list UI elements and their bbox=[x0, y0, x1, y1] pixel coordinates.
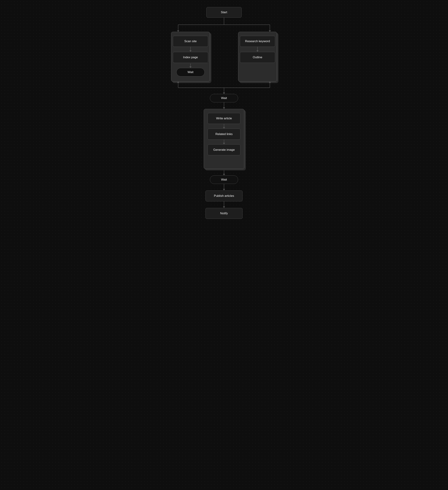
flowchart: Start bbox=[145, 7, 303, 226]
scan-to-index-connector bbox=[189, 47, 192, 52]
left-branch: Scan site Index page bbox=[157, 32, 224, 82]
svg-marker-13 bbox=[269, 82, 271, 83]
index-to-wait-connector bbox=[189, 63, 192, 68]
wait-to-publish-connector bbox=[223, 184, 225, 191]
wait-left-node: Wait bbox=[176, 68, 205, 76]
fork-connector bbox=[145, 18, 303, 32]
wait-center-node: Wait bbox=[210, 94, 238, 102]
generate-image-node: Generate image bbox=[208, 144, 240, 155]
join-svg bbox=[145, 82, 303, 94]
svg-marker-5 bbox=[269, 30, 271, 32]
write-to-links-connector bbox=[223, 124, 225, 129]
parallel-row: Scan site Index page bbox=[145, 32, 303, 82]
article-group: Write article Related links Generate ima… bbox=[204, 109, 244, 169]
notify-node: Notify bbox=[205, 208, 243, 219]
right-branch: Research keyword Outline bbox=[224, 32, 291, 82]
fork-svg bbox=[145, 18, 303, 32]
links-to-image-connector bbox=[223, 140, 225, 144]
research-keyword-group: Research keyword Outline bbox=[238, 32, 277, 82]
start-node: Start bbox=[206, 7, 242, 18]
research-to-outline-connector bbox=[256, 47, 259, 52]
svg-marker-4 bbox=[177, 30, 179, 32]
wait-bottom-node: Wait bbox=[210, 175, 238, 184]
scan-site-group: Scan site Index page bbox=[171, 32, 210, 82]
wait-to-article-group-connector bbox=[223, 102, 225, 109]
svg-marker-11 bbox=[223, 93, 225, 94]
index-page-group: Index page bbox=[173, 52, 208, 63]
scan-site-node: Scan site bbox=[173, 36, 208, 47]
research-keyword-node: Research keyword bbox=[240, 36, 275, 47]
svg-marker-12 bbox=[177, 82, 179, 83]
publish-to-notify-connector bbox=[223, 201, 225, 208]
join-connector bbox=[145, 82, 303, 94]
related-links-node: Related links bbox=[208, 129, 240, 140]
outline-node: Outline bbox=[240, 52, 275, 63]
index-page-node: Index page bbox=[173, 52, 208, 63]
write-article-node: Write article bbox=[208, 113, 240, 124]
publish-articles-node: Publish articles bbox=[205, 191, 243, 201]
